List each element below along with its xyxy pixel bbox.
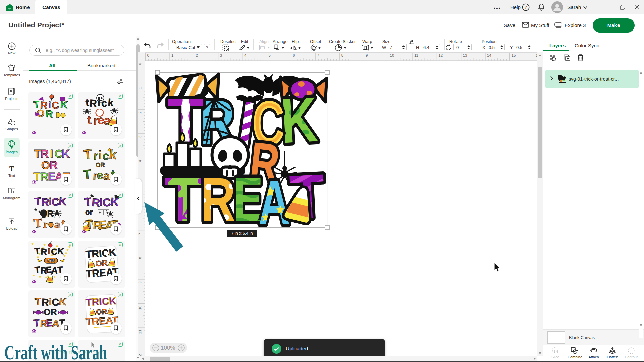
svg-text:8: 8 bbox=[138, 257, 142, 259]
svg-text:TRICK: TRICK bbox=[85, 247, 117, 260]
svg-text:a: a bbox=[54, 218, 61, 230]
svg-text:i: i bbox=[98, 148, 102, 161]
svg-text:r: r bbox=[93, 149, 99, 162]
svg-text:TRICK: TRICK bbox=[85, 295, 117, 308]
svg-text:c: c bbox=[101, 97, 107, 109]
svg-text:R: R bbox=[40, 246, 47, 257]
svg-text:K: K bbox=[279, 83, 319, 156]
svg-text:11: 11 bbox=[414, 53, 418, 57]
svg-text:?: ? bbox=[525, 5, 527, 10]
svg-text:T: T bbox=[83, 146, 93, 162]
svg-text:T: T bbox=[34, 147, 41, 160]
svg-text:R: R bbox=[50, 159, 58, 171]
svg-text:14: 14 bbox=[487, 53, 491, 57]
svg-text:3: 3 bbox=[138, 136, 142, 138]
svg-text:C: C bbox=[51, 246, 58, 257]
svg-text:T: T bbox=[34, 296, 42, 307]
svg-text:T: T bbox=[34, 195, 42, 208]
svg-text:6: 6 bbox=[293, 53, 295, 57]
svg-text:13: 13 bbox=[463, 53, 467, 57]
svg-text:K: K bbox=[60, 99, 68, 110]
svg-text:0: 0 bbox=[147, 53, 149, 57]
svg-text:T: T bbox=[9, 165, 14, 173]
svg-text:T: T bbox=[33, 216, 43, 230]
svg-text:A: A bbox=[259, 168, 290, 237]
svg-text:4: 4 bbox=[244, 53, 247, 57]
svg-text:OR: OR bbox=[44, 307, 57, 317]
svg-text:R: R bbox=[89, 97, 97, 109]
svg-text:I: I bbox=[50, 147, 53, 160]
svg-text:9: 9 bbox=[366, 53, 368, 57]
svg-text:K: K bbox=[57, 246, 64, 256]
svg-text:9: 9 bbox=[138, 281, 142, 283]
svg-text:T: T bbox=[33, 317, 40, 328]
svg-text:1: 1 bbox=[171, 53, 173, 57]
svg-text:T: T bbox=[57, 264, 63, 275]
svg-text:E: E bbox=[48, 170, 56, 183]
svg-text:K: K bbox=[58, 195, 67, 208]
svg-text:10: 10 bbox=[390, 53, 394, 57]
svg-text:or: or bbox=[85, 208, 93, 216]
svg-text:3: 3 bbox=[220, 53, 222, 57]
svg-text:K: K bbox=[59, 296, 67, 307]
svg-text:15: 15 bbox=[512, 53, 516, 57]
svg-text:R: R bbox=[45, 108, 53, 119]
svg-text:t: t bbox=[85, 97, 89, 108]
svg-text:12: 12 bbox=[138, 354, 142, 356]
svg-text:10: 10 bbox=[138, 306, 142, 310]
svg-text:R: R bbox=[91, 196, 100, 209]
svg-text:O: O bbox=[41, 159, 50, 171]
svg-text:t: t bbox=[87, 113, 92, 127]
svg-text:R: R bbox=[41, 196, 50, 208]
svg-text:2: 2 bbox=[138, 111, 142, 113]
svg-text:2: 2 bbox=[196, 53, 198, 57]
svg-text:e: e bbox=[96, 168, 104, 181]
svg-text:OR: OR bbox=[47, 258, 55, 263]
svg-text:T: T bbox=[83, 167, 92, 182]
svg-text:k: k bbox=[108, 146, 117, 162]
svg-text:C: C bbox=[51, 296, 59, 308]
svg-text:8: 8 bbox=[341, 53, 343, 57]
svg-text:R: R bbox=[41, 296, 49, 308]
svg-text:OR: OR bbox=[96, 162, 105, 168]
svg-text:7: 7 bbox=[317, 53, 319, 57]
svg-text:11: 11 bbox=[138, 330, 142, 334]
svg-text:1: 1 bbox=[138, 87, 142, 89]
svg-text:T: T bbox=[34, 264, 41, 275]
svg-text:T: T bbox=[84, 195, 92, 208]
svg-text:T: T bbox=[34, 246, 41, 256]
svg-text:K: K bbox=[62, 147, 70, 160]
svg-text:4: 4 bbox=[138, 160, 142, 162]
svg-text:12: 12 bbox=[438, 53, 443, 57]
svg-text:R: R bbox=[40, 170, 49, 183]
svg-text:5: 5 bbox=[269, 53, 271, 57]
svg-text:R: R bbox=[41, 147, 49, 160]
svg-text:k: k bbox=[107, 97, 114, 108]
svg-text:I: I bbox=[48, 247, 50, 256]
svg-text:a: a bbox=[103, 169, 111, 182]
svg-text:i: i bbox=[98, 98, 100, 108]
svg-text:0: 0 bbox=[138, 63, 142, 65]
